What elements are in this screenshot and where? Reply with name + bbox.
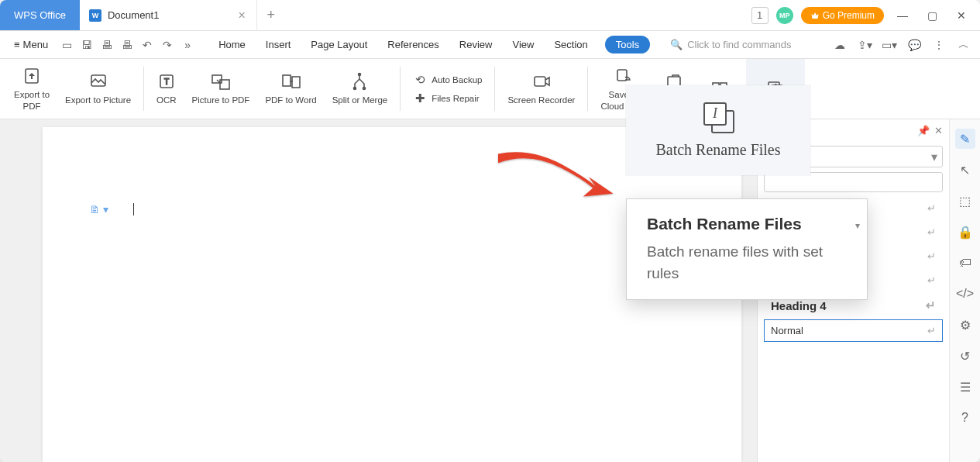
redo-icon[interactable]: ↷: [160, 37, 175, 53]
text-caret: [133, 203, 134, 215]
edit-tool-icon[interactable]: ✎: [955, 129, 975, 149]
help-icon[interactable]: ?: [955, 408, 975, 428]
toolbox-icon[interactable]: ▭▾: [881, 36, 898, 53]
settings-icon[interactable]: ⚙: [955, 315, 975, 335]
close-window-button[interactable]: ✕: [951, 6, 972, 25]
tab-page-layout[interactable]: Page Layout: [308, 34, 370, 55]
screen-recorder-label: Screen Recorder: [507, 95, 575, 105]
backup-icon: ⟲: [413, 73, 427, 87]
undo-icon[interactable]: ↶: [139, 37, 155, 53]
menu-label: Menu: [23, 39, 49, 50]
svg-rect-7: [292, 77, 300, 88]
tab-tools[interactable]: Tools: [605, 36, 650, 53]
recorder-icon: [532, 71, 551, 91]
batch-rename-tooltip: Batch Rename Files Batch rename files wi…: [626, 198, 868, 300]
share-icon[interactable]: ⇪▾: [856, 36, 873, 53]
document-title: Document1: [108, 9, 159, 21]
pin-icon[interactable]: 📌: [917, 125, 930, 136]
print-preview-icon[interactable]: 🖶: [119, 37, 135, 53]
menubar: ≡ Menu ▭ 🖫 🖶 🖶 ↶ ↷ » Home Insert Page La…: [0, 31, 980, 59]
picture-to-pdf-label: Picture to PDF: [192, 95, 250, 105]
tag-icon[interactable]: 🏷: [955, 253, 975, 273]
batch-rename-caption: Batch Rename Files: [655, 141, 780, 159]
split-or-merge-button[interactable]: Split or Merge: [325, 59, 396, 119]
ocr-button[interactable]: T OCR: [149, 59, 184, 119]
dropdown-caret-icon: ▾: [855, 220, 860, 231]
ribbon: Export to PDF Export to Picture T OCR Pi…: [0, 59, 980, 119]
cloud-save-icon: [614, 66, 633, 86]
close-tab-icon[interactable]: ×: [235, 9, 248, 22]
select-icon[interactable]: ⬚: [955, 191, 975, 211]
export-to-picture-button[interactable]: Export to Picture: [57, 59, 139, 119]
tab-view[interactable]: View: [509, 34, 537, 55]
svg-point-10: [363, 88, 366, 90]
app-tab[interactable]: WPS Office: [0, 0, 80, 30]
auto-backup-button[interactable]: ⟲Auto Backup: [413, 73, 482, 87]
code-icon[interactable]: </>: [955, 284, 975, 304]
app-window: WPS Office W Document1 × + 1 MP Go Premi…: [0, 0, 980, 462]
pic-to-pdf-icon: [211, 71, 231, 91]
separator: [494, 67, 495, 111]
page-cursor: 🗎 ▾: [89, 203, 134, 215]
export-to-picture-label: Export to Picture: [65, 95, 131, 105]
return-icon: ↵: [926, 298, 936, 312]
window-count-badge[interactable]: 1: [751, 7, 769, 24]
avatar[interactable]: MP: [776, 7, 793, 24]
quick-access-toolbar: ▭ 🖫 🖶 🖶 ↶ ↷ »: [59, 37, 195, 53]
titlebar: WPS Office W Document1 × + 1 MP Go Premi…: [0, 0, 980, 31]
go-premium-label: Go Premium: [823, 10, 875, 21]
maximize-button[interactable]: ▢: [921, 6, 943, 25]
new-tab-button[interactable]: +: [257, 0, 285, 30]
cloud-icon[interactable]: ☁: [831, 36, 848, 53]
cursor-icon[interactable]: ↖: [955, 160, 975, 180]
titlebar-right: 1 MP Go Premium — ▢ ✕: [751, 0, 980, 30]
files-repair-label: Files Repair: [432, 94, 479, 103]
tab-review[interactable]: Review: [456, 34, 496, 55]
picture-to-pdf-button[interactable]: Picture to PDF: [184, 59, 258, 119]
qat-more-icon[interactable]: »: [180, 37, 195, 53]
document-tab[interactable]: W Document1 ×: [80, 0, 257, 30]
return-icon: ↵: [927, 274, 936, 286]
paragraph-marker-icon[interactable]: 🗎 ▾: [89, 203, 108, 215]
hamburger-icon: ≡: [14, 39, 20, 50]
kebab-icon[interactable]: ⋮: [930, 36, 947, 53]
files-repair-button[interactable]: ✚Files Repair: [413, 91, 482, 105]
print-icon[interactable]: 🖶: [99, 37, 115, 53]
list-icon[interactable]: ☰: [955, 377, 975, 397]
crown-icon: [810, 11, 820, 20]
svg-rect-12: [617, 70, 627, 81]
pdf-to-word-button[interactable]: PDF to Word: [257, 59, 324, 119]
tab-section[interactable]: Section: [551, 34, 590, 55]
lock-icon[interactable]: 🔒: [955, 222, 975, 242]
go-premium-button[interactable]: Go Premium: [801, 7, 884, 24]
separator: [587, 67, 588, 111]
return-icon: ↵: [927, 325, 936, 336]
return-icon: ↵: [927, 226, 936, 238]
return-icon: ↵: [927, 202, 936, 214]
separator: [400, 67, 401, 111]
menu-button[interactable]: ≡ Menu: [8, 36, 54, 53]
pdf-to-word-label: PDF to Word: [265, 95, 316, 105]
batch-rename-highlight[interactable]: I Batch Rename Files: [626, 85, 810, 175]
collapse-ribbon-icon[interactable]: ︿: [955, 36, 972, 53]
ocr-label: OCR: [156, 95, 177, 105]
screen-recorder-button[interactable]: Screen Recorder: [500, 59, 583, 119]
style-item-normal[interactable]: Normal↵: [764, 319, 943, 342]
tab-references[interactable]: References: [384, 34, 442, 55]
close-panel-icon[interactable]: ✕: [934, 125, 943, 136]
doc-icon: W: [89, 9, 101, 22]
batch-rename-big-icon: I: [702, 102, 734, 135]
svg-rect-6: [283, 75, 291, 86]
history-icon[interactable]: ↺: [955, 346, 975, 366]
tab-insert[interactable]: Insert: [263, 34, 294, 55]
command-search[interactable]: 🔍 Click to find commands: [670, 39, 791, 50]
comment-icon[interactable]: 💬: [906, 36, 923, 53]
menubar-right: ☁ ⇪▾ ▭▾ 💬 ⋮ ︿: [831, 36, 972, 53]
svg-rect-11: [535, 77, 545, 86]
tab-home[interactable]: Home: [215, 34, 249, 55]
open-icon[interactable]: ▭: [59, 37, 74, 53]
save-icon[interactable]: 🖫: [79, 37, 95, 53]
minimize-button[interactable]: —: [892, 6, 913, 25]
pdf-icon: [22, 66, 41, 86]
export-to-pdf-button[interactable]: Export to PDF: [6, 59, 57, 119]
